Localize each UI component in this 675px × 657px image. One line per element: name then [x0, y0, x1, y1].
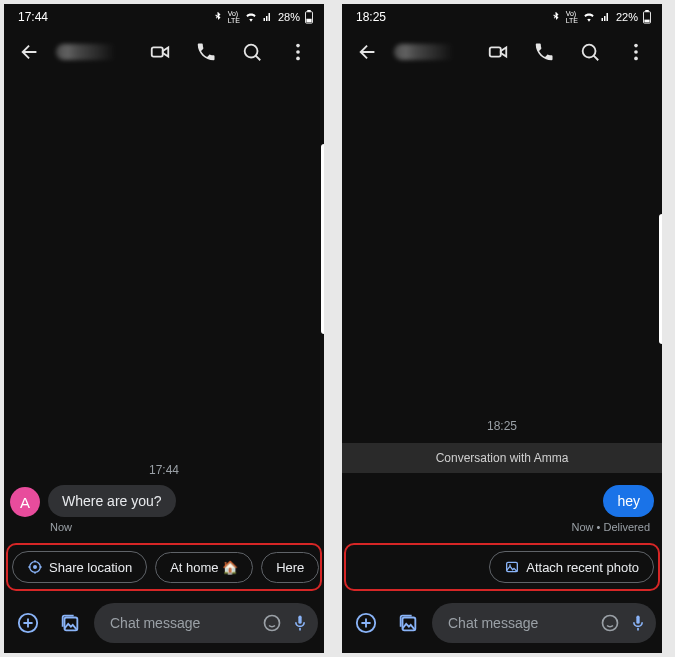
back-button[interactable] — [10, 32, 50, 72]
add-button[interactable] — [10, 605, 46, 641]
battery-pct: 28% — [278, 11, 300, 23]
message-meta: Now — [4, 519, 324, 539]
gallery-icon — [59, 612, 81, 634]
message-row-outgoing: hey — [342, 483, 662, 519]
lte-icon: Vo)LTE — [566, 10, 578, 24]
battery-icon — [642, 10, 652, 24]
smart-action-row: Attach recent photo — [344, 543, 660, 591]
svg-rect-27 — [636, 616, 639, 624]
svg-point-19 — [634, 44, 638, 48]
chip-attach-photo[interactable]: Attach recent photo — [489, 551, 654, 583]
chip-at-home[interactable]: At home 🏠 — [155, 552, 253, 583]
search-icon — [579, 41, 601, 63]
status-bar: 17:44 Vo)LTE 28% — [4, 4, 324, 30]
svg-point-20 — [634, 50, 638, 54]
location-icon — [27, 559, 43, 575]
input-placeholder: Chat message — [110, 615, 254, 631]
more-button[interactable] — [278, 32, 318, 72]
app-bar — [4, 30, 324, 74]
app-bar — [342, 30, 662, 74]
add-button[interactable] — [348, 605, 384, 641]
phone-left: 17:44 Vo)LTE 28% 17:44 A — [4, 4, 324, 653]
composer-bar: Chat message — [4, 597, 324, 653]
bluetooth-icon — [212, 11, 224, 23]
call-button[interactable] — [524, 32, 564, 72]
avatar[interactable]: A — [10, 487, 40, 517]
chip-share-location[interactable]: Share location — [12, 551, 147, 583]
gallery-icon — [397, 612, 419, 634]
phone-icon — [533, 41, 555, 63]
video-call-button[interactable] — [140, 32, 180, 72]
message-bubble-outgoing[interactable]: hey — [603, 485, 654, 517]
chip-here[interactable]: Here — [261, 552, 319, 583]
svg-point-26 — [603, 616, 618, 631]
lte-icon: Vo)LTE — [228, 10, 240, 24]
svg-rect-13 — [298, 616, 301, 624]
message-input[interactable]: Chat message — [94, 603, 318, 643]
svg-rect-15 — [645, 10, 649, 12]
svg-point-5 — [296, 44, 300, 48]
search-button[interactable] — [232, 32, 272, 72]
chip-label: Share location — [49, 560, 132, 575]
smart-reply-row: Share location At home 🏠 Here At my — [6, 543, 322, 591]
svg-point-7 — [296, 57, 300, 61]
svg-point-6 — [296, 50, 300, 54]
more-vert-icon — [625, 41, 647, 63]
bluetooth-icon — [550, 11, 562, 23]
chip-label: Here — [276, 560, 304, 575]
svg-point-12 — [265, 616, 280, 631]
wifi-icon — [244, 10, 258, 24]
svg-rect-17 — [490, 47, 501, 56]
svg-point-18 — [583, 45, 596, 58]
scroll-indicator — [321, 144, 324, 334]
emoji-icon[interactable] — [262, 613, 282, 633]
phone-icon — [195, 41, 217, 63]
plus-circle-icon — [355, 612, 377, 634]
composer-bar: Chat message — [342, 597, 662, 653]
more-vert-icon — [287, 41, 309, 63]
message-input[interactable]: Chat message — [432, 603, 656, 643]
phone-right: 18:25 Vo)LTE 22% 18:25 Conversati — [342, 4, 662, 653]
svg-rect-2 — [306, 19, 311, 23]
svg-rect-3 — [152, 47, 163, 56]
conversation-area: 17:44 A Where are you? Now — [4, 74, 324, 543]
back-button[interactable] — [348, 32, 388, 72]
search-button[interactable] — [570, 32, 610, 72]
arrow-left-icon — [357, 41, 379, 63]
svg-point-21 — [634, 57, 638, 61]
battery-pct: 22% — [616, 11, 638, 23]
svg-point-8 — [33, 565, 37, 569]
svg-rect-16 — [644, 20, 649, 23]
input-placeholder: Chat message — [448, 615, 592, 631]
message-meta: Now • Delivered — [342, 519, 662, 539]
emoji-icon[interactable] — [600, 613, 620, 633]
status-indicators: Vo)LTE 28% — [212, 10, 314, 24]
video-call-button[interactable] — [478, 32, 518, 72]
mic-icon[interactable] — [628, 613, 648, 633]
signal-icon — [262, 11, 274, 23]
gallery-button[interactable] — [52, 605, 88, 641]
status-time: 17:44 — [18, 10, 48, 24]
timestamp-divider: 18:25 — [342, 419, 662, 433]
svg-rect-1 — [307, 10, 311, 12]
video-icon — [487, 41, 509, 63]
message-bubble-incoming[interactable]: Where are you? — [48, 485, 176, 517]
more-button[interactable] — [616, 32, 656, 72]
status-bar: 18:25 Vo)LTE 22% — [342, 4, 662, 30]
battery-icon — [304, 10, 314, 24]
message-row-incoming: A Where are you? — [4, 483, 324, 519]
signal-icon — [600, 11, 612, 23]
conversation-area: 18:25 Conversation with Amma hey Now • D… — [342, 74, 662, 543]
video-icon — [149, 41, 171, 63]
chip-label: Attach recent photo — [526, 560, 639, 575]
wifi-icon — [582, 10, 596, 24]
chip-label: At home 🏠 — [170, 560, 238, 575]
status-time: 18:25 — [356, 10, 386, 24]
svg-point-23 — [509, 564, 511, 566]
gallery-button[interactable] — [390, 605, 426, 641]
conversation-banner: Conversation with Amma — [342, 443, 662, 473]
mic-icon[interactable] — [290, 613, 310, 633]
search-icon — [241, 41, 263, 63]
call-button[interactable] — [186, 32, 226, 72]
timestamp-divider: 17:44 — [4, 463, 324, 477]
